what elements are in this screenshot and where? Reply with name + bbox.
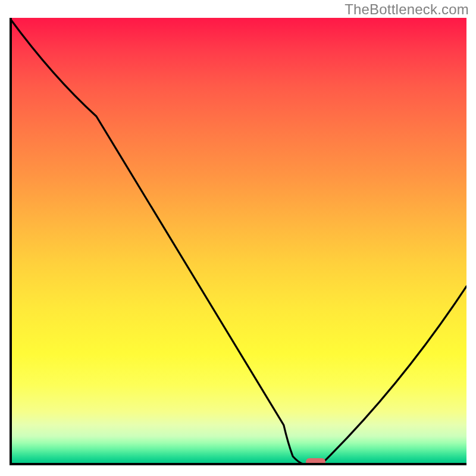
chart-plot-area: [10, 18, 466, 465]
watermark-text: TheBottleneck.com: [345, 1, 469, 18]
bottleneck-curve-path: [10, 18, 466, 465]
bottleneck-curve-svg: [10, 18, 466, 465]
optimal-point-marker: [306, 458, 325, 465]
